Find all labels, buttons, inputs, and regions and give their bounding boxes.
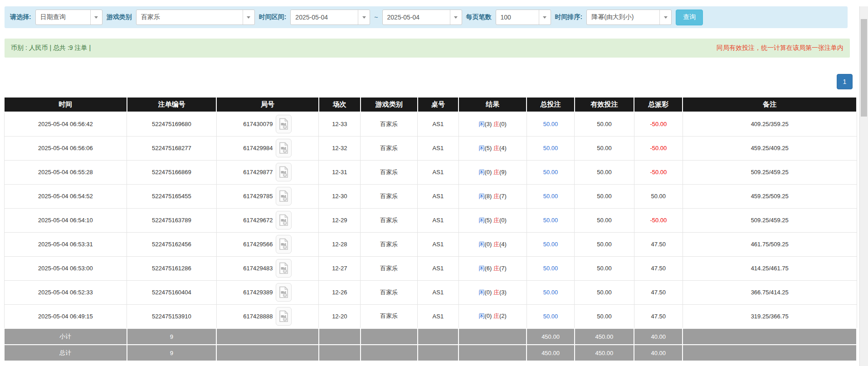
cell-payout: 47.50 bbox=[634, 232, 683, 256]
video-replay-icon bbox=[279, 262, 288, 274]
subtotal-count: 9 bbox=[127, 328, 216, 345]
table-row: 2025-05-04 06:49:15 522475153910 6174288… bbox=[4, 304, 857, 328]
total-bet-link[interactable]: 50.00 bbox=[543, 289, 558, 296]
cell-time: 2025-05-04 06:53:00 bbox=[4, 256, 127, 280]
player-result-score: (0) bbox=[484, 169, 492, 176]
total-bet-link[interactable]: 50.00 bbox=[543, 241, 558, 248]
banker-result-score: (4) bbox=[499, 241, 507, 248]
caret-down-icon bbox=[90, 10, 102, 24]
scrollbar-thumb[interactable] bbox=[861, 19, 867, 117]
cell-bet-id: 522475166869 bbox=[127, 160, 216, 184]
subtotal-total-bet: 450.00 bbox=[527, 328, 574, 345]
cell-payout: -50.00 bbox=[634, 112, 683, 136]
video-replay-button[interactable] bbox=[276, 235, 292, 254]
round-id-text: 617429566 bbox=[243, 241, 273, 248]
video-replay-button[interactable] bbox=[276, 211, 292, 229]
cell-result: 闲(5) 庄(4) bbox=[458, 136, 527, 160]
total-bet-link[interactable]: 50.00 bbox=[543, 193, 558, 200]
video-replay-icon bbox=[279, 166, 288, 178]
cell-remark: 414.25/461.75 bbox=[683, 256, 857, 280]
header-result: 结果 bbox=[458, 97, 527, 112]
date-from-select[interactable]: 2025-05-04 bbox=[290, 10, 370, 25]
cell-round-id: 617429389 bbox=[216, 280, 319, 304]
pagination: 1 bbox=[0, 74, 853, 89]
page-size-select[interactable]: 100 bbox=[496, 10, 551, 25]
cell-game-type: 百家乐 bbox=[361, 304, 418, 328]
cell-game-type: 百家乐 bbox=[361, 256, 418, 280]
game-type-select[interactable]: 百家乐 bbox=[136, 10, 255, 25]
cell-bet-id: 522475169680 bbox=[127, 112, 216, 136]
player-result-score: (8) bbox=[484, 193, 492, 200]
cell-table-no: AS1 bbox=[418, 232, 458, 256]
page-size-value: 100 bbox=[496, 10, 539, 24]
total-bet-link[interactable]: 50.00 bbox=[543, 121, 558, 127]
cell-table-no: AS1 bbox=[418, 184, 458, 208]
cell-result: 闲(3) 庄(0) bbox=[458, 112, 527, 136]
cell-result: 闲(6) 庄(7) bbox=[458, 256, 527, 280]
cell-session: 12-28 bbox=[319, 232, 361, 256]
cell-game-type: 百家乐 bbox=[361, 232, 418, 256]
header-session: 场次 bbox=[319, 97, 361, 112]
total-bet-link[interactable]: 50.00 bbox=[543, 313, 558, 320]
subtotal-label: 小计 bbox=[4, 328, 127, 345]
player-result-score: (6) bbox=[484, 265, 492, 272]
video-replay-button[interactable] bbox=[276, 187, 292, 205]
cell-valid-bet: 50.00 bbox=[575, 184, 634, 208]
banker-result-score: (0) bbox=[499, 121, 507, 127]
video-replay-icon bbox=[279, 286, 288, 298]
header-valid-bet: 有效投注 bbox=[575, 97, 634, 112]
player-result-label: 闲 bbox=[478, 169, 484, 176]
cell-table-no: AS1 bbox=[418, 136, 458, 160]
player-result-score: (0) bbox=[484, 241, 492, 248]
cell-valid-bet: 50.00 bbox=[575, 160, 634, 184]
query-type-value: 日期查询 bbox=[36, 10, 90, 24]
video-replay-button[interactable] bbox=[276, 307, 292, 326]
cell-payout: -50.00 bbox=[634, 160, 683, 184]
cell-game-type: 百家乐 bbox=[361, 184, 418, 208]
video-replay-button[interactable] bbox=[276, 283, 292, 302]
query-type-label: 请选择: bbox=[10, 13, 31, 21]
banker-result-label: 庄 bbox=[493, 289, 499, 296]
cell-valid-bet: 50.00 bbox=[575, 280, 634, 304]
cell-table-no: AS1 bbox=[418, 280, 458, 304]
header-table-no: 桌号 bbox=[418, 97, 458, 112]
total-bet-link[interactable]: 50.00 bbox=[543, 145, 558, 151]
player-result-label: 闲 bbox=[478, 289, 484, 296]
cell-game-type: 百家乐 bbox=[361, 160, 418, 184]
caret-down-icon bbox=[450, 10, 462, 24]
cell-table-no: AS1 bbox=[418, 208, 458, 232]
table-row: 2025-05-04 06:53:31 522475162456 6174295… bbox=[4, 232, 857, 256]
banker-result-label: 庄 bbox=[493, 312, 499, 319]
cell-bet-id: 522475162456 bbox=[127, 232, 216, 256]
query-type-select[interactable]: 日期查询 bbox=[35, 10, 102, 25]
total-label: 总计 bbox=[4, 345, 127, 361]
time-sort-select[interactable]: 降幂(由大到小) bbox=[586, 10, 672, 25]
subtotal-payout: 40.00 bbox=[634, 328, 683, 345]
cell-total-bet: 50.00 bbox=[527, 304, 574, 328]
video-replay-button[interactable] bbox=[276, 115, 292, 133]
header-time: 时间 bbox=[4, 97, 127, 112]
cell-valid-bet: 50.00 bbox=[575, 136, 634, 160]
round-id-text: 617429483 bbox=[243, 265, 273, 272]
page-1-button[interactable]: 1 bbox=[837, 74, 853, 89]
vertical-scrollbar[interactable] bbox=[859, 6, 868, 366]
time-sort-label: 时间排序: bbox=[555, 13, 583, 21]
cell-result: 闲(0) 庄(2) bbox=[458, 304, 527, 328]
cell-result: 闲(0) 庄(4) bbox=[458, 232, 527, 256]
total-bet-link[interactable]: 50.00 bbox=[543, 169, 558, 176]
total-bet-link[interactable]: 50.00 bbox=[543, 265, 558, 272]
search-button[interactable]: 查询 bbox=[676, 10, 703, 25]
cell-time: 2025-05-04 06:55:28 bbox=[4, 160, 127, 184]
video-replay-button[interactable] bbox=[276, 259, 292, 278]
cell-valid-bet: 50.00 bbox=[575, 112, 634, 136]
total-bet-link[interactable]: 50.00 bbox=[543, 217, 558, 224]
cell-round-id: 617429483 bbox=[216, 256, 319, 280]
banker-result-score: (7) bbox=[499, 265, 507, 272]
table-row: 2025-05-04 06:52:33 522475160404 6174293… bbox=[4, 280, 857, 304]
date-to-select[interactable]: 2025-05-04 bbox=[382, 10, 462, 25]
video-replay-button[interactable] bbox=[276, 139, 292, 157]
cell-table-no: AS1 bbox=[418, 112, 458, 136]
cell-payout: 47.50 bbox=[634, 256, 683, 280]
banker-result-label: 庄 bbox=[493, 217, 499, 224]
video-replay-button[interactable] bbox=[276, 163, 292, 181]
